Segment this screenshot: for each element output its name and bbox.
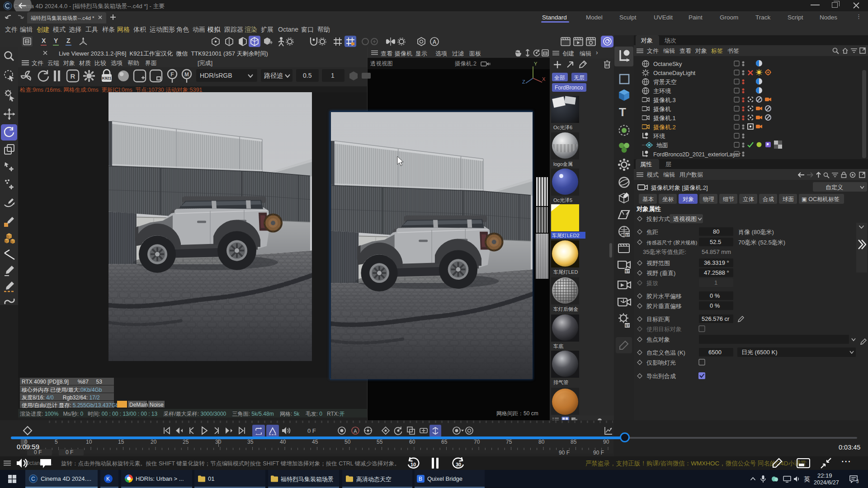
svg-text:自定义色温 (K): 自定义色温 (K) xyxy=(646,349,685,356)
svg-text:R: R xyxy=(71,72,75,80)
svg-text:526.576 cr: 526.576 cr xyxy=(702,315,730,322)
svg-text:F: F xyxy=(170,71,174,78)
svg-text:A: A xyxy=(354,428,357,434)
svg-text:54.857 mm: 54.857 mm xyxy=(702,249,731,255)
svg-text:0: 0 xyxy=(24,439,28,445)
svg-text:K921: K921 xyxy=(102,76,112,80)
svg-text:摄放: 摄放 xyxy=(646,280,658,286)
svg-text:1: 1 xyxy=(714,279,717,286)
svg-text:85: 85 xyxy=(571,439,577,445)
svg-text:视野范围: 视野范围 xyxy=(646,260,670,267)
svg-text:25: 25 xyxy=(183,439,189,445)
svg-text:M: M xyxy=(184,71,189,78)
svg-text:52.5: 52.5 xyxy=(710,239,721,245)
svg-text:Y: Y xyxy=(534,61,538,66)
svg-text:焦点对象: 焦点对象 xyxy=(646,336,670,343)
svg-text:目标距离: 目标距离 xyxy=(646,316,670,323)
svg-text:投射方式: 投射方式 xyxy=(646,216,670,222)
svg-text:10: 10 xyxy=(86,439,92,445)
svg-text:0 %: 0 % xyxy=(710,292,720,299)
svg-text:胶片垂直偏移: 胶片垂直偏移 xyxy=(646,303,682,310)
svg-text:35毫米等值焦距:: 35毫米等值焦距: xyxy=(643,249,686,255)
svg-text:摄像机.3: 摄像机.3 xyxy=(653,97,676,103)
svg-text:透视视图: 透视视图 xyxy=(673,216,697,222)
svg-text:20: 20 xyxy=(151,439,157,445)
svg-text:环境: 环境 xyxy=(653,133,665,140)
svg-text:35: 35 xyxy=(247,439,254,445)
svg-text:摄像机.2: 摄像机.2 xyxy=(653,124,676,131)
svg-text:FordBronco2D_2021_exteriorLaye: FordBronco2D_2021_exteriorLayer xyxy=(653,151,741,158)
svg-text:X: X xyxy=(542,76,546,82)
svg-text:日光 (6500 K): 日光 (6500 K) xyxy=(741,349,777,356)
svg-text:Z: Z xyxy=(522,79,525,84)
svg-text:主环境: 主环境 xyxy=(653,88,671,94)
svg-text:75: 75 xyxy=(506,439,512,445)
svg-text:36.3319 °: 36.3319 ° xyxy=(704,259,729,266)
svg-text:背景天空: 背景天空 xyxy=(653,79,677,85)
svg-text:5: 5 xyxy=(55,439,58,445)
svg-text:摄像机: 摄像机 xyxy=(653,106,671,113)
svg-text:0 %: 0 % xyxy=(710,302,720,309)
svg-text:肖像 (80毫米): 肖像 (80毫米) xyxy=(738,229,774,235)
svg-text:摄像机.1: 摄像机.1 xyxy=(653,115,676,122)
svg-text:70毫米 (52.5毫米): 70毫米 (52.5毫米) xyxy=(738,239,785,246)
svg-text:80: 80 xyxy=(713,228,719,235)
svg-text:55: 55 xyxy=(377,439,383,445)
svg-text:导出到合成: 导出到合成 xyxy=(646,373,676,380)
svg-text:胶片水平偏移: 胶片水平偏移 xyxy=(646,293,682,300)
svg-text:60: 60 xyxy=(409,439,415,445)
svg-text:40: 40 xyxy=(280,439,286,445)
svg-text:15: 15 xyxy=(118,439,124,445)
svg-text:30: 30 xyxy=(215,439,222,445)
svg-text:焦距: 焦距 xyxy=(646,229,658,235)
svg-text:OctaneDayLight: OctaneDayLight xyxy=(653,70,696,76)
svg-text:65: 65 xyxy=(441,439,448,445)
svg-text:仅影响灯光: 仅影响灯光 xyxy=(646,359,676,366)
svg-text:47.2588 °: 47.2588 ° xyxy=(704,269,729,276)
svg-text:传感器尺寸 (胶片规格): 传感器尺寸 (胶片规格) xyxy=(646,240,698,245)
svg-text:OctaneSky: OctaneSky xyxy=(653,61,682,67)
svg-text:90: 90 xyxy=(603,439,609,445)
svg-text:视野 (垂直): 视野 (垂直) xyxy=(646,270,675,277)
svg-text:50: 50 xyxy=(344,439,351,445)
svg-text:45: 45 xyxy=(312,439,318,445)
svg-text:6500: 6500 xyxy=(708,349,722,356)
svg-text:80: 80 xyxy=(538,439,545,445)
svg-text:地面: 地面 xyxy=(656,142,668,149)
svg-text:ST: ST xyxy=(625,324,629,328)
svg-text:70: 70 xyxy=(474,439,480,445)
svg-text:A: A xyxy=(433,39,437,45)
svg-text:使用目标对象: 使用目标对象 xyxy=(646,326,682,333)
svg-text:ST: ST xyxy=(625,269,629,273)
svg-text:ST: ST xyxy=(626,234,630,237)
